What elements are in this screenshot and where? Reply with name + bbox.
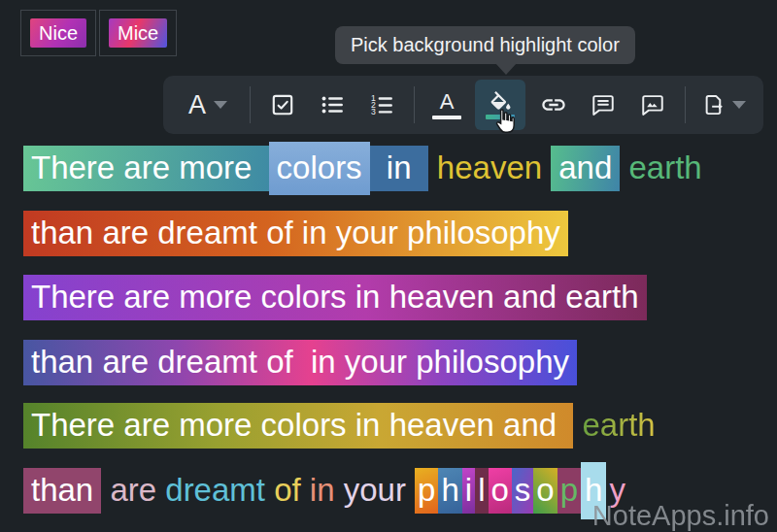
colored-word: your	[335, 471, 416, 511]
checklist-button[interactable]	[261, 82, 304, 128]
bulleted-list-icon	[320, 92, 345, 117]
colored-word: earth	[629, 149, 702, 188]
highlight-letter: p	[557, 468, 581, 514]
tag-cell-mice[interactable]: Mice	[99, 10, 177, 56]
toolbar-divider	[414, 86, 415, 123]
watermark: NoteApps.info	[592, 500, 769, 532]
highlight-letter: l	[475, 468, 488, 514]
colored-word: of	[265, 471, 310, 511]
tooltip-arrow	[495, 63, 517, 75]
chevron-down-icon	[732, 101, 746, 109]
text-line-2[interactable]: than are dreamt of in your philosophy	[23, 211, 568, 256]
image-icon	[640, 92, 665, 117]
highlight-letter: o	[489, 468, 512, 514]
highlight-letter: s	[512, 468, 534, 514]
highlight-letter: p	[415, 468, 438, 514]
highlight-segment: than are dreamt of in your philosophy	[23, 211, 568, 256]
colored-word: dreamt	[165, 471, 265, 511]
export-icon	[701, 92, 726, 117]
highlight-segment: There are more colors in heaven and eart…	[23, 275, 647, 320]
colored-word: are	[101, 471, 165, 511]
highlight-letter: o	[533, 468, 557, 514]
text-line-3[interactable]: There are more colors in heaven and eart…	[23, 275, 647, 320]
formatting-toolbar: A 1 2 3	[163, 76, 763, 134]
numbered-list-icon: 1 2 3	[369, 92, 394, 117]
hand-cursor-icon	[490, 107, 519, 138]
colored-word: heaven	[437, 149, 542, 188]
highlight-segment: colors	[269, 142, 370, 195]
tag-chip-mice[interactable]: Mice	[109, 18, 167, 48]
tooltip: Pick background highlight color	[335, 26, 635, 64]
highlight-segment: There are more	[23, 146, 269, 191]
gradient-word: earth	[582, 406, 655, 446]
export-button[interactable]	[696, 82, 751, 128]
tag-list: Nice Mice	[20, 10, 177, 56]
toolbar-divider	[250, 86, 251, 123]
tooltip-text: Pick background highlight color	[351, 34, 620, 55]
numbered-list-button[interactable]: 1 2 3	[360, 82, 403, 128]
text-color-button[interactable]: A	[425, 82, 468, 128]
highlight-segment: and	[551, 146, 620, 191]
link-button[interactable]	[532, 82, 575, 128]
highlight-segment: in	[370, 146, 428, 191]
text-line-6[interactable]: than are dreamt of in your philosophy	[23, 468, 628, 514]
image-button[interactable]	[631, 82, 674, 128]
font-style-button[interactable]: A	[177, 82, 239, 128]
toolbar-divider	[685, 86, 686, 123]
highlight-segment: than are dreamt of in your philosophy	[23, 340, 577, 385]
text-color-bar	[432, 116, 461, 119]
highlight-letter: h	[438, 468, 461, 514]
text-line-1[interactable]: There are more colors in heaven and eart…	[23, 146, 702, 191]
tag-chip-nice[interactable]: Nice	[30, 18, 86, 48]
bulleted-list-button[interactable]	[311, 82, 354, 128]
highlight-segment: There are more colors in heaven and	[23, 403, 573, 449]
highlight-letter: i	[462, 468, 475, 514]
note-editor-screen: Nice Mice Pick background highlight colo…	[0, 0, 777, 532]
svg-text:3: 3	[371, 107, 376, 116]
comment-icon	[591, 92, 616, 117]
checkbox-icon	[270, 92, 295, 117]
font-style-icon: A	[188, 92, 206, 118]
comment-button[interactable]	[582, 82, 625, 128]
chevron-down-icon	[214, 101, 227, 109]
tag-cell-nice[interactable]: Nice	[20, 10, 96, 56]
highlight-segment: than	[23, 468, 101, 514]
colored-word: in	[310, 471, 335, 511]
text-line-5[interactable]: There are more colors in heaven and eart…	[23, 403, 656, 449]
text-line-4[interactable]: than are dreamt of in your philosophy	[23, 340, 577, 385]
text-color-icon: A	[432, 91, 461, 119]
link-icon	[540, 91, 567, 118]
